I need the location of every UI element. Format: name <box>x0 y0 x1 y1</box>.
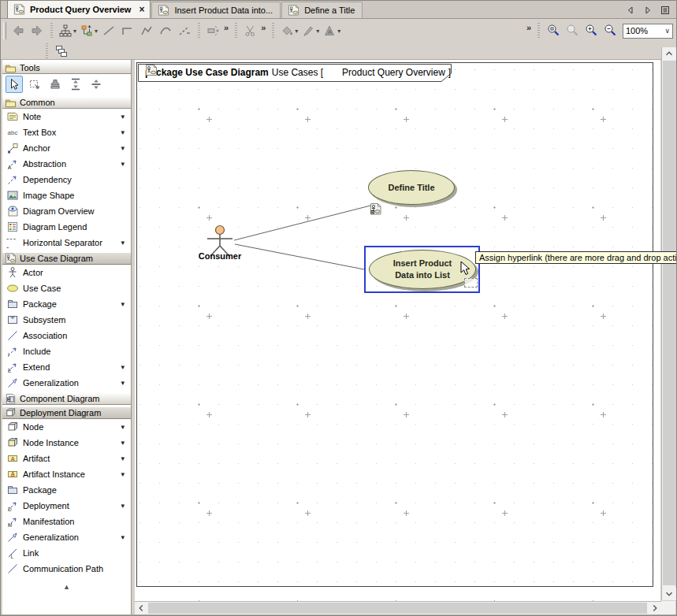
palette-item-text-box[interactable]: abcText Box▾ <box>2 124 131 140</box>
sticker-tool[interactable] <box>46 76 64 93</box>
horizontal-scrollbar[interactable] <box>135 601 661 614</box>
dropdown-caret-icon[interactable]: ▾ <box>121 502 128 510</box>
dropdown-caret-icon[interactable]: ▾ <box>121 533 128 541</box>
dropdown-caret-icon[interactable]: ▾ <box>121 455 128 462</box>
palette-item-note[interactable]: Note▾ <box>2 109 131 124</box>
palette-item-communication-path[interactable]: Communication Path <box>2 561 131 577</box>
scroll-up-icon[interactable] <box>662 47 676 60</box>
line-style-rectilinear-button[interactable] <box>118 21 137 40</box>
palette-item-abstraction[interactable]: AAbstraction▾ <box>2 156 131 172</box>
dropdown-caret-icon[interactable]: ▾ <box>121 239 128 247</box>
palette-item-horizontal-separator[interactable]: ----Horizontal Separator▾ <box>2 235 131 250</box>
palette-item-artifact[interactable]: AArtifact▾ <box>2 451 131 466</box>
close-icon[interactable]: × <box>139 5 144 14</box>
palette-item-association[interactable]: Association <box>2 328 131 343</box>
palette-item-generalization[interactable]: Generalization▾ <box>2 375 131 391</box>
palette-item-deployment[interactable]: DDeployment▾ <box>2 498 131 514</box>
line-style-straight-button[interactable] <box>99 21 118 40</box>
actor-consumer-label[interactable]: Consumer <box>190 251 250 261</box>
font-color-button[interactable]: A▾ <box>321 21 342 40</box>
pointer-tool[interactable] <box>6 76 23 93</box>
overflow-icon[interactable]: » <box>526 23 531 32</box>
palette-item-use-case[interactable]: Use Case <box>2 280 131 296</box>
dropdown-caret-icon[interactable]: ▾ <box>121 113 128 121</box>
diagram-canvas[interactable]: package Use Case Diagram Use Cases [ Pro… <box>135 60 660 601</box>
vertical-scrollbar[interactable] <box>661 47 675 600</box>
palette-section-tools[interactable]: Tools <box>2 61 131 74</box>
tab-define-a-title[interactable]: Define a Title <box>281 2 363 18</box>
chevron-down-icon[interactable]: ∨ <box>664 27 670 35</box>
palette-item-diagram-legend[interactable]: Diagram Legend <box>2 219 131 235</box>
scroll-left-icon[interactable] <box>135 602 147 614</box>
tab-list-icon[interactable] <box>659 4 671 17</box>
tab-next-icon[interactable] <box>642 4 654 17</box>
tab-product-query-overview[interactable]: Product Query Overview× <box>7 0 151 18</box>
dropdown-caret-icon[interactable]: ▾ <box>121 300 128 308</box>
palette-item-package[interactable]: Package <box>2 482 131 498</box>
palette-scroll-up-icon[interactable]: ▲ <box>2 581 131 592</box>
zoom-in-button[interactable] <box>582 21 601 40</box>
dropdown-caret-icon[interactable]: ▾ <box>121 423 128 431</box>
dropdown-caret-icon[interactable]: ▾ <box>73 28 76 35</box>
marquee-select-tool[interactable] <box>26 76 43 93</box>
containment-button[interactable] <box>52 42 71 61</box>
palette-item-artifact-instance[interactable]: AArtifact Instance▾ <box>2 466 131 482</box>
dropdown-caret-icon[interactable]: ▾ <box>316 28 319 35</box>
insert-shape-button[interactable] <box>204 21 223 40</box>
scroll-right-icon[interactable] <box>649 602 661 614</box>
palette-item-actor[interactable]: Actor <box>2 265 131 280</box>
association-define-title[interactable] <box>234 206 370 240</box>
dropdown-caret-icon[interactable]: ▾ <box>121 363 128 371</box>
palette-item-include[interactable]: IInclude <box>2 343 131 359</box>
dropdown-caret-icon[interactable]: ▾ <box>121 439 128 447</box>
fill-color-button[interactable]: ▾ <box>278 21 299 40</box>
dropdown-caret-icon[interactable]: ▾ <box>337 28 340 35</box>
overflow-icon[interactable]: » <box>224 23 229 32</box>
zoom-fit-button[interactable] <box>563 21 582 40</box>
zoom-1-1-button[interactable] <box>544 21 563 40</box>
dropdown-caret-icon[interactable]: ▾ <box>295 28 298 35</box>
back-button[interactable] <box>9 21 28 40</box>
palette-item-node-instance[interactable]: Node Instance▾ <box>2 435 131 451</box>
toolbar-dock-handle[interactable] <box>3 22 6 39</box>
palette-item-anchor[interactable]: Anchor▾ <box>2 140 131 156</box>
dropdown-caret-icon[interactable]: ▾ <box>121 379 128 387</box>
palette-item-subsystem[interactable]: Subsystem <box>2 312 131 328</box>
dropdown-caret-icon[interactable]: ▾ <box>121 470 128 478</box>
add-element-button[interactable]: ▾ <box>78 21 99 40</box>
palette-item-diagram-overview[interactable]: Diagram Overview <box>2 203 131 219</box>
tab-prev-icon[interactable] <box>624 4 637 17</box>
line-style-oblique-button[interactable] <box>137 21 156 40</box>
layout-diagram-button[interactable]: ▾ <box>57 21 78 40</box>
cutter-button[interactable] <box>241 21 260 40</box>
palette-item-generalization[interactable]: Generalization▾ <box>2 529 131 545</box>
association-insert-product[interactable] <box>235 244 364 269</box>
dropdown-caret-icon[interactable]: ▾ <box>95 28 98 35</box>
scroll-down-icon[interactable] <box>662 588 676 600</box>
diagram-hyperlink-icon[interactable] <box>369 202 382 216</box>
palette-item-link[interactable]: LLink <box>2 545 131 561</box>
dropdown-caret-icon[interactable]: ▾ <box>121 160 128 168</box>
tab-insert-product-data-into[interactable]: Insert Product Data into... <box>151 2 281 18</box>
palette-item-image-shape[interactable]: Image Shape <box>2 187 131 203</box>
dropdown-caret-icon[interactable]: ▾ <box>121 144 128 152</box>
pen-color-button[interactable]: ▾ <box>299 21 321 40</box>
usecase-define-title[interactable]: Define Title <box>368 170 455 205</box>
dropdown-caret-icon[interactable]: ▾ <box>121 128 128 136</box>
overflow-icon[interactable]: » <box>261 23 266 32</box>
forward-button[interactable] <box>28 21 46 40</box>
zoom-out-button[interactable] <box>601 21 619 40</box>
palette-item-node[interactable]: Node▾ <box>2 419 131 435</box>
palette-item-dependency[interactable]: Dependency <box>2 172 131 187</box>
compact-vertically-tool[interactable] <box>87 76 105 93</box>
line-style-custom-button[interactable] <box>175 21 194 40</box>
palette-section-common[interactable]: Common <box>2 96 131 109</box>
palette-item-package[interactable]: Package▾ <box>2 296 131 312</box>
zoom-level-select[interactable]: 100%∨ <box>623 24 673 39</box>
line-style-curved-button[interactable] <box>156 21 175 40</box>
palette-item-extend[interactable]: EExtend▾ <box>2 359 131 375</box>
horizontal-scrollbar-thumb[interactable] <box>148 603 647 614</box>
vertical-scrollbar-thumb[interactable] <box>663 61 675 585</box>
palette-section-component-diagram[interactable]: Component Diagram <box>2 392 131 405</box>
distribute-vertically-tool[interactable] <box>67 76 84 93</box>
